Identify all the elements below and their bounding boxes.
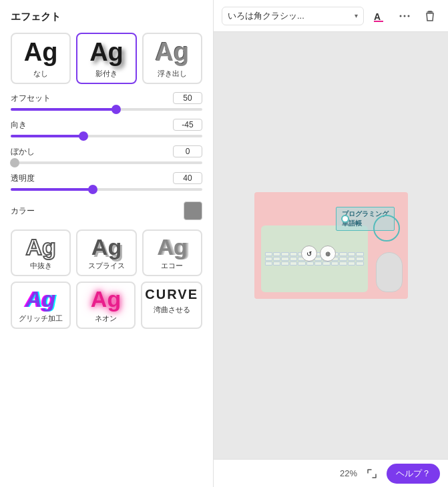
canvas-area: プログラミング 単語帳 ↺ ⊕ <box>214 32 448 459</box>
canvas-icon-group: ↺ ⊕ <box>301 246 336 262</box>
style-hollow-label: 中抜き <box>30 261 52 271</box>
style-grid-row2: Ag グリッチ加工 Ag ネオン CURVE 湾曲させる <box>11 282 202 328</box>
effect-shadow[interactable]: Ag 影付き <box>76 33 136 84</box>
style-neon-preview: Ag <box>91 287 121 312</box>
expand-icon[interactable] <box>363 464 381 483</box>
style-neon[interactable]: Ag ネオン <box>76 282 136 328</box>
color-swatch[interactable] <box>184 201 202 220</box>
svg-rect-1 <box>374 21 383 22</box>
style-curve[interactable]: CURVE 湾曲させる <box>141 282 202 328</box>
right-panel: いろは角クラシッ... ▾ A <box>214 0 448 487</box>
selection-handle-right[interactable] <box>373 215 400 241</box>
offset-section: オフセット 50 <box>11 92 202 112</box>
effect-none[interactable]: Ag なし <box>11 33 71 84</box>
opacity-track[interactable] <box>11 188 202 191</box>
opacity-section: 透明度 40 <box>11 172 202 192</box>
help-button[interactable]: ヘルプ？ <box>387 464 440 484</box>
panel-title: エフェクト <box>11 11 202 23</box>
effect-shadow-label: 影付き <box>95 69 118 79</box>
delete-icon[interactable] <box>420 6 440 26</box>
opacity-label: 透明度 <box>11 173 35 184</box>
effect-shadow-preview: Ag <box>89 39 124 65</box>
selection-handle-left[interactable] <box>341 215 349 223</box>
mouse-illustration <box>376 252 403 292</box>
style-echo-preview: Ag <box>157 235 187 260</box>
style-echo-label: エコー <box>161 261 183 271</box>
style-grid-row1: Ag 中抜き Ag スプライス Ag エコー <box>11 229 202 276</box>
direction-section: 向き -45 <box>11 119 202 139</box>
canvas-card: プログラミング 単語帳 ↺ ⊕ <box>254 192 408 299</box>
help-label: ヘルプ？ <box>396 468 431 480</box>
style-splice[interactable]: Ag スプライス <box>76 229 136 276</box>
style-curve-label: 湾曲させる <box>154 305 190 315</box>
more-options-icon[interactable] <box>395 6 415 26</box>
color-row: カラー <box>11 201 202 220</box>
blur-label: ぼかし <box>11 146 35 157</box>
style-splice-label: スプライス <box>88 261 125 271</box>
refresh-icon[interactable]: ↺ <box>301 246 317 262</box>
svg-text:A: A <box>374 11 381 22</box>
chevron-down-icon: ▾ <box>355 12 358 19</box>
style-curve-preview: CURVE <box>145 287 198 302</box>
blur-value[interactable]: 0 <box>173 145 202 157</box>
direction-track[interactable] <box>11 135 202 137</box>
offset-track[interactable] <box>11 108 202 111</box>
effect-emboss[interactable]: Ag 浮き出し <box>142 33 202 84</box>
effect-emboss-label: 浮き出し <box>158 69 187 79</box>
svg-point-3 <box>404 15 406 17</box>
color-label: カラー <box>11 205 35 217</box>
style-glitch[interactable]: Ag グリッチ加工 <box>11 282 71 328</box>
zoom-value: 22% <box>340 468 357 478</box>
opacity-value[interactable]: 40 <box>173 172 202 184</box>
style-glitch-label: グリッチ加工 <box>19 314 63 324</box>
font-selector[interactable]: いろは角クラシッ... ▾ <box>222 7 364 25</box>
effect-emboss-preview: Ag <box>155 39 189 65</box>
svg-point-4 <box>408 15 410 17</box>
effect-none-preview: Ag <box>24 39 58 65</box>
effect-type-row: Ag なし Ag 影付き Ag 浮き出し <box>11 33 202 84</box>
style-glitch-preview: Ag <box>25 287 55 312</box>
top-bar: いろは角クラシッ... ▾ A <box>214 0 448 32</box>
text-color-icon[interactable]: A <box>369 6 389 26</box>
bottom-bar: 22% ヘルプ？ <box>214 459 448 487</box>
direction-label: 向き <box>11 119 27 131</box>
blur-track[interactable] <box>11 161 202 164</box>
svg-point-2 <box>400 15 402 17</box>
direction-value[interactable]: -45 <box>173 119 202 131</box>
blur-section: ぼかし 0 <box>11 145 202 165</box>
style-neon-label: ネオン <box>95 314 117 324</box>
style-hollow[interactable]: Ag 中抜き <box>11 229 71 276</box>
offset-value[interactable]: 50 <box>173 92 202 104</box>
effect-none-label: なし <box>33 69 48 79</box>
offset-label: オフセット <box>11 93 51 104</box>
font-name: いろは角クラシッ... <box>228 10 304 22</box>
left-panel: エフェクト Ag なし Ag 影付き Ag 浮き出し オフセット 50 向き -… <box>0 0 214 487</box>
style-hollow-preview: Ag <box>26 235 56 260</box>
style-echo[interactable]: Ag エコー <box>142 229 202 276</box>
style-splice-preview: Ag <box>91 235 122 260</box>
add-icon[interactable]: ⊕ <box>320 246 336 262</box>
